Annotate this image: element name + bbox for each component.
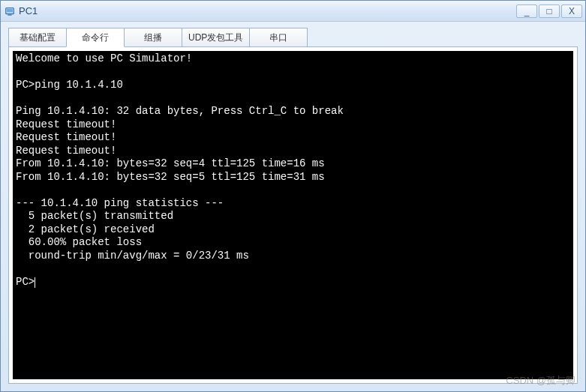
tab-serial[interactable]: 串口 <box>249 28 308 47</box>
close-button[interactable]: X <box>561 4 582 18</box>
tab-label: 串口 <box>269 31 287 44</box>
app-window: PC1 _ □ X 基础配置 命令行 组播 UDP发包工具 串口 Welcome… <box>0 0 586 392</box>
maximize-glyph: □ <box>546 6 551 16</box>
minimize-glyph: _ <box>524 6 530 16</box>
tab-label: 命令行 <box>82 31 109 44</box>
tab-label: UDP发包工具 <box>188 31 243 44</box>
tab-strip: 基础配置 命令行 组播 UDP发包工具 串口 <box>8 28 578 47</box>
tab-udp-tool[interactable]: UDP发包工具 <box>182 28 250 47</box>
tab-multicast[interactable]: 组播 <box>124 28 182 47</box>
svg-rect-1 <box>8 14 11 15</box>
minimize-button[interactable]: _ <box>516 4 537 18</box>
window-title: PC1 <box>19 5 516 16</box>
svg-rect-2 <box>7 8 13 11</box>
tab-panel: Welcome to use PC Simulator! PC>ping 10.… <box>8 46 578 384</box>
tab-label: 组播 <box>144 31 162 44</box>
tab-basic-config[interactable]: 基础配置 <box>8 28 67 47</box>
titlebar[interactable]: PC1 _ □ X <box>1 1 585 22</box>
tab-label: 基础配置 <box>20 31 56 44</box>
close-glyph: X <box>569 6 575 16</box>
terminal[interactable]: Welcome to use PC Simulator! PC>ping 10.… <box>13 51 573 379</box>
tab-command-line[interactable]: 命令行 <box>66 28 125 47</box>
app-icon <box>4 5 16 17</box>
client-area: 基础配置 命令行 组播 UDP发包工具 串口 Welcome to use PC… <box>1 22 585 391</box>
window-controls: _ □ X <box>516 4 582 18</box>
maximize-button[interactable]: □ <box>539 4 560 18</box>
